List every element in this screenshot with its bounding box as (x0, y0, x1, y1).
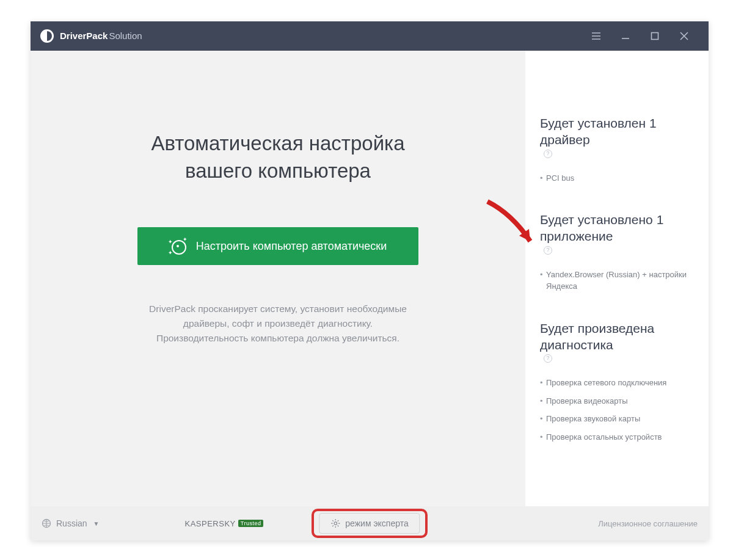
kaspersky-label: KASPERSKY (185, 519, 236, 528)
sidebar-heading-apps: Будет установлено 1 приложение ? (540, 211, 694, 256)
brand-name-light: Solution (109, 31, 142, 41)
app-logo: DriverPackSolution (40, 29, 142, 43)
sidebar-heading-drivers: Будет установлен 1 драйвер ? (540, 115, 694, 159)
language-selector[interactable]: Russian ▼ (42, 518, 100, 528)
auto-setup-label: Настроить компьютер автоматически (196, 240, 387, 253)
help-icon[interactable]: ? (544, 354, 552, 363)
sidebar: Будет установлен 1 драйвер ? PCI bus Буд… (525, 51, 709, 506)
desc-line: DriverPack просканирует систему, установ… (149, 304, 407, 314)
chevron-down-icon: ▼ (93, 520, 100, 527)
sidebar-list-apps: Yandex.Browser (Russian) + настройки Янд… (540, 266, 694, 296)
expert-mode-label: режим эксперта (345, 518, 408, 528)
sidebar-heading-diagnostics: Будет произведена диагностика ? (540, 320, 694, 365)
sidebar-list-drivers: PCI bus (540, 169, 694, 187)
list-item: Yandex.Browser (Russian) + настройки Янд… (540, 266, 694, 296)
desc-line: драйверы, софт и произведёт диагностику. (183, 318, 373, 329)
main-description: DriverPack просканирует систему, установ… (149, 302, 407, 346)
sidebar-heading-text: Будет установлен 1 драйвер (540, 115, 694, 148)
help-icon[interactable]: ? (544, 150, 552, 158)
footer: Russian ▼ KASPERSKY Trusted режим экспер… (31, 506, 709, 540)
sidebar-heading-text: Будет установлено 1 приложение (540, 211, 694, 245)
list-item: Проверка остальных устройств (540, 428, 694, 446)
minimize-icon (621, 31, 630, 41)
license-link[interactable]: Лицензионное соглашение (598, 519, 698, 528)
minimize-button[interactable] (611, 21, 640, 51)
sidebar-list-diagnostics: Проверка сетевого подключения Проверка в… (540, 374, 694, 446)
title-line: Автоматическая настройка (151, 132, 404, 155)
kaspersky-badge: KASPERSKY Trusted (185, 519, 264, 528)
maximize-button[interactable] (640, 21, 669, 51)
driverpack-logo-icon (40, 29, 54, 43)
title-line: вашего компьютера (185, 159, 371, 182)
disc-icon: ✦✦✦ (169, 238, 186, 255)
menu-button[interactable] (582, 21, 611, 51)
brand-name-bold: DriverPack (60, 31, 108, 41)
body: Автоматическая настройка вашего компьюте… (31, 51, 709, 506)
svg-rect-0 (652, 33, 658, 40)
gear-icon (330, 518, 340, 528)
close-button[interactable] (669, 21, 699, 51)
help-icon[interactable]: ? (544, 246, 552, 255)
page-title: Автоматическая настройка вашего компьюте… (151, 130, 404, 184)
app-window: DriverPackSolution Автоматическая настро… (31, 21, 709, 540)
list-item: Проверка сетевого подключения (540, 374, 694, 392)
expert-mode-button[interactable]: режим эксперта (319, 513, 420, 534)
titlebar: DriverPackSolution (31, 21, 709, 51)
globe-icon (42, 518, 51, 528)
sidebar-heading-text: Будет произведена диагностика (540, 320, 694, 354)
main-panel: Автоматическая настройка вашего компьюте… (31, 51, 525, 506)
maximize-icon (650, 31, 660, 41)
svg-point-2 (334, 522, 337, 525)
language-label: Russian (56, 518, 87, 528)
desc-line: Производительность компьютера должна уве… (156, 333, 399, 343)
auto-setup-button[interactable]: ✦✦✦ Настроить компьютер автоматически (137, 227, 418, 265)
close-icon (679, 31, 689, 41)
list-item: PCI bus (540, 169, 694, 187)
list-item: Проверка звуковой карты (540, 410, 694, 428)
list-item: Проверка видеокарты (540, 392, 694, 410)
trusted-badge: Trusted (238, 520, 264, 527)
hamburger-icon (591, 31, 601, 41)
